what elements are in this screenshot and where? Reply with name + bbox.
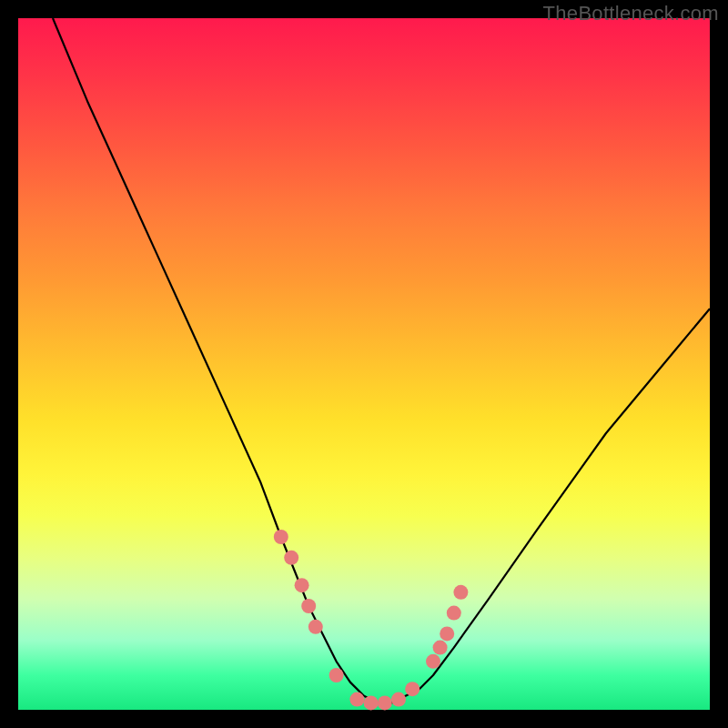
marker-dot: [378, 695, 392, 710]
marker-dot: [301, 599, 316, 613]
marker-dot: [426, 654, 440, 669]
marker-dot: [349, 693, 364, 707]
chart-frame: TheBottleneck.com: [0, 0, 728, 728]
marker-dot: [391, 693, 406, 707]
plot-area: [18, 18, 710, 710]
marker-dot: [405, 682, 420, 696]
chart-svg: [18, 18, 710, 710]
bottleneck-curve: [53, 18, 710, 703]
highlight-dots: [274, 530, 469, 710]
marker-dot: [308, 620, 323, 634]
marker-dot: [433, 641, 448, 655]
marker-dot: [274, 530, 288, 544]
marker-dot: [453, 585, 468, 600]
watermark-text: TheBottleneck.com: [543, 2, 719, 25]
curve-path: [53, 18, 710, 703]
marker-dot: [295, 578, 309, 592]
marker-dot: [284, 551, 298, 565]
marker-dot: [364, 695, 379, 710]
marker-dot: [329, 668, 344, 682]
marker-dot: [440, 626, 454, 641]
marker-dot: [447, 606, 461, 621]
